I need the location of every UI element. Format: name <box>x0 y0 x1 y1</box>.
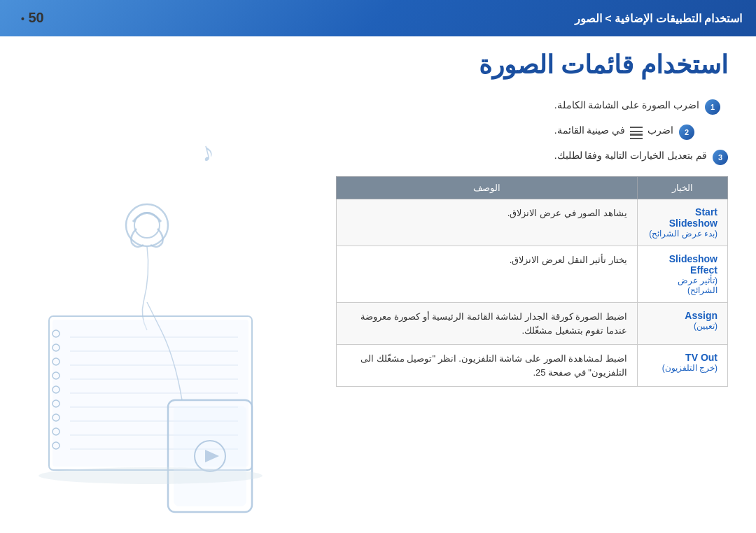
svg-rect-1 <box>630 134 643 136</box>
main-content: استخدام قائمات الصورة 1 اضرب الصورة على … <box>0 36 756 533</box>
instruction-2: 2 اضرب في صينية القائمة. <box>554 125 728 140</box>
svg-rect-0 <box>630 131 643 132</box>
table-row: Slideshow Effect (تأثير عرض الشرائح) يخت… <box>337 246 728 303</box>
step-2-text: اضرب في صينية القائمة. <box>554 125 673 136</box>
step-1-text: اضرب الصورة على الشاشة الكاملة. <box>554 99 699 111</box>
option-en-4: TV Out <box>648 352 718 363</box>
option-ar-3: (تعيين) <box>648 321 718 331</box>
svg-point-4 <box>126 204 168 246</box>
breadcrumb: استخدام التطبيقات الإضافية > الصور <box>575 12 742 25</box>
option-en-3: Assign <box>648 310 718 321</box>
svg-rect-2 <box>630 138 643 139</box>
header-bar: استخدام التطبيقات الإضافية > الصور <box>0 0 756 36</box>
option-en-1: Start Slideshow <box>648 206 718 229</box>
table-row: TV Out (خرج التلفزيون) اضبط لمشاهدة الصو… <box>337 345 728 387</box>
step-2-circle: 2 <box>679 125 694 140</box>
device-illustration-svg: ♪ <box>0 113 364 533</box>
step-1-circle: 1 <box>705 99 720 115</box>
instruction-3: 3 قم بتعديل الخيارات التالية وفقا لطلبك. <box>554 150 728 165</box>
step-3-circle: 3 <box>713 150 728 165</box>
desc-text-2: يختار تأثير النقل لعرض الانزلاق. <box>346 253 627 267</box>
illustration-area: ♪ <box>0 127 364 533</box>
option-ar-1: (بدء عرض الشرائح) <box>648 229 718 239</box>
option-cell-1: Start Slideshow (بدء عرض الشرائح) <box>637 199 727 246</box>
table-row: Start Slideshow (بدء عرض الشرائح) يشاهد … <box>337 199 728 246</box>
options-table: الخيار الوصف Start Slideshow (بدء عرض ال… <box>336 176 728 387</box>
svg-point-30 <box>38 467 262 484</box>
table-row: Assign (تعيين) اضبط الصورة كورقة الجدار … <box>337 303 728 345</box>
page-title: استخدام قائمات الصورة <box>479 50 728 80</box>
col-option-header: الخيار <box>637 177 727 199</box>
col-description-header: الوصف <box>337 177 638 199</box>
desc-text-4: اضبط لمشاهدة الصور على شاشة التلفزيون. ا… <box>346 352 627 379</box>
desc-cell-2: يختار تأثير النقل لعرض الانزلاق. <box>337 246 638 303</box>
desc-cell-4: اضبط لمشاهدة الصور على شاشة التلفزيون. ا… <box>337 345 638 387</box>
instructions-list: 1 اضرب الصورة على الشاشة الكاملة. 2 اضرب… <box>554 99 728 175</box>
option-en-2: Slideshow Effect <box>648 253 718 276</box>
desc-text-3: اضبط الصورة كورقة الجدار لشاشة القائمة ا… <box>346 310 627 337</box>
desc-cell-3: اضبط الصورة كورقة الجدار لشاشة القائمة ا… <box>337 303 638 345</box>
page-number: 50 • <box>21 10 44 26</box>
step-3-text: قم بتعديل الخيارات التالية وفقا لطلبك. <box>554 150 707 161</box>
option-cell-4: TV Out (خرج التلفزيون) <box>637 345 727 387</box>
svg-text:♪: ♪ <box>197 136 217 167</box>
desc-cell-1: يشاهد الصور في عرض الانزلاق. <box>337 199 638 246</box>
option-ar-2: (تأثير عرض الشرائح) <box>648 276 718 295</box>
desc-text-1: يشاهد الصور في عرض الانزلاق. <box>346 206 627 220</box>
option-ar-4: (خرج التلفزيون) <box>648 363 718 373</box>
option-cell-3: Assign (تعيين) <box>637 303 727 345</box>
option-cell-2: Slideshow Effect (تأثير عرض الشرائح) <box>637 246 727 303</box>
instruction-1: 1 اضرب الصورة على الشاشة الكاملة. <box>554 99 728 115</box>
